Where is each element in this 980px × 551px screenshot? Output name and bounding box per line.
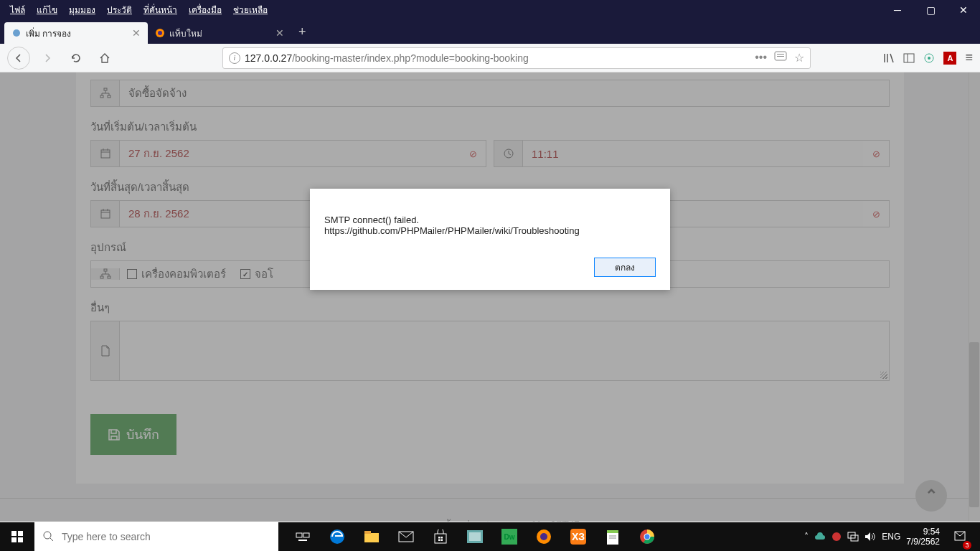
bookmark-star-icon[interactable]: ☆ <box>794 51 804 65</box>
tab-active[interactable]: เพิ่ม การจอง ✕ <box>4 22 148 44</box>
svg-rect-36 <box>364 533 379 542</box>
menu-tools[interactable]: เครื่องมือ <box>184 1 226 18</box>
library-icon[interactable] <box>883 52 895 64</box>
url-path: /booking-master/index.php?module=booking… <box>292 52 529 64</box>
tab-close-icon[interactable]: ✕ <box>132 27 141 39</box>
url-input[interactable]: i 127.0.0.27 /booking-master/index.php?m… <box>222 47 811 69</box>
taskbar-search[interactable]: Type here to search <box>34 522 278 551</box>
notif-badge: 3 <box>963 541 971 550</box>
menu-help[interactable]: ช่วยเหลือ <box>229 1 272 18</box>
close-button[interactable]: ✕ <box>947 0 980 19</box>
tray-network-icon[interactable] <box>847 532 859 542</box>
svg-rect-42 <box>438 540 440 542</box>
svg-rect-29 <box>18 537 23 542</box>
notifications-button[interactable]: 3 <box>946 522 974 551</box>
tray-chevron-icon[interactable]: ˄ <box>804 532 809 542</box>
menu-items: ไฟล์ แก้ไข มุมมอง ประวัติ ที่คั่นหน้า เค… <box>6 1 272 18</box>
tab-active-title: เพิ่ม การจอง <box>26 27 71 40</box>
home-button[interactable] <box>93 47 116 70</box>
tab-close-icon[interactable]: ✕ <box>275 27 284 39</box>
store-icon[interactable] <box>423 522 458 551</box>
svg-rect-33 <box>303 533 309 537</box>
edge-icon[interactable] <box>320 522 354 551</box>
containers-icon[interactable] <box>923 52 935 64</box>
url-actions: ••• ☆ <box>755 51 804 65</box>
acrobat-icon[interactable]: A <box>943 52 956 65</box>
svg-rect-5 <box>777 56 784 57</box>
svg-rect-28 <box>11 537 17 542</box>
tray-app-icon[interactable] <box>831 532 842 542</box>
minimize-button[interactable]: ─ <box>881 0 914 19</box>
modal-overlay: SMTP connect() failed. https://github.co… <box>0 72 980 522</box>
explorer-icon[interactable] <box>354 522 389 551</box>
svg-rect-43 <box>441 540 443 542</box>
system-tray: ˄ ENG 9:54 7/9/2562 3 <box>798 522 980 551</box>
svg-point-9 <box>928 57 930 60</box>
back-button[interactable] <box>7 47 30 70</box>
search-placeholder: Type here to search <box>62 531 151 542</box>
forward-button[interactable] <box>36 47 59 70</box>
svg-rect-27 <box>18 531 23 536</box>
svg-point-49 <box>540 533 547 540</box>
menu-file[interactable]: ไฟล์ <box>6 1 29 18</box>
svg-point-2 <box>158 31 162 35</box>
menu-burger-icon[interactable]: ≡ <box>965 50 973 65</box>
svg-rect-37 <box>364 531 371 534</box>
menu-edit[interactable]: แก้ไข <box>32 1 62 18</box>
svg-point-0 <box>13 29 20 37</box>
dreamweaver-icon[interactable]: Dw <box>492 522 527 551</box>
alert-dialog: SMTP connect() failed. https://github.co… <box>310 189 670 290</box>
page-viewport: จัดซื้อจัดจ้าง วันที่เริ่มต้น/เวลาเริ่มต… <box>0 72 980 522</box>
svg-rect-41 <box>441 537 443 539</box>
svg-point-60 <box>832 532 841 541</box>
svg-rect-40 <box>438 537 440 539</box>
more-icon[interactable]: ••• <box>755 51 767 65</box>
svg-point-59 <box>645 534 650 540</box>
firefox-menubar: ไฟล์ แก้ไข มุมมอง ประวัติ ที่คั่นหน้า เค… <box>0 0 980 19</box>
svg-line-31 <box>50 538 53 541</box>
tray-lang[interactable]: ENG <box>882 532 900 542</box>
firefox-taskbar-icon[interactable] <box>527 522 561 551</box>
tab-inactive-title: แท็บใหม่ <box>169 27 202 40</box>
info-icon[interactable]: i <box>229 52 240 64</box>
windows-taskbar: Type here to search Dw ΧЗ ˄ ENG 9:54 7/9… <box>0 522 980 551</box>
reload-button[interactable] <box>65 47 88 70</box>
addressbar: i 127.0.0.27 /booking-master/index.php?m… <box>0 44 980 72</box>
chrome-icon[interactable] <box>630 522 664 551</box>
svg-rect-32 <box>296 533 302 537</box>
svg-rect-34 <box>298 540 307 541</box>
tray-date: 7/9/2562 <box>906 537 940 547</box>
svg-rect-4 <box>777 54 784 55</box>
tabbar: เพิ่ม การจอง ✕ แท็บใหม่ ✕ + <box>0 19 980 44</box>
reader-icon[interactable] <box>774 51 787 65</box>
taskbar-apps: Dw ΧЗ <box>286 522 664 551</box>
notepad-icon[interactable] <box>595 522 630 551</box>
menu-view[interactable]: มุมมอง <box>65 1 100 18</box>
new-tab-button[interactable]: + <box>291 24 314 39</box>
svg-rect-6 <box>904 54 914 62</box>
sidebar-icon[interactable] <box>903 52 915 64</box>
menu-history[interactable]: ประวัติ <box>103 1 136 18</box>
app-icon-1[interactable] <box>458 522 492 551</box>
svg-point-30 <box>44 532 51 539</box>
svg-text:Dw: Dw <box>504 533 515 541</box>
svg-rect-26 <box>11 531 17 536</box>
mail-icon[interactable] <box>389 522 423 551</box>
tab-inactive[interactable]: แท็บใหม่ ✕ <box>148 22 291 44</box>
alert-ok-button[interactable]: ตกลง <box>594 258 656 277</box>
maximize-button[interactable]: ▢ <box>914 0 947 19</box>
menu-bookmarks[interactable]: ที่คั่นหน้า <box>139 1 182 18</box>
tray-clock[interactable]: 9:54 7/9/2562 <box>906 527 940 547</box>
svg-rect-39 <box>435 534 446 543</box>
start-button[interactable] <box>0 522 34 551</box>
tray-volume-icon[interactable] <box>864 532 876 542</box>
toolbar-extensions: A ≡ <box>883 50 973 65</box>
task-view-icon[interactable] <box>286 522 320 551</box>
xampp-icon[interactable]: ΧЗ <box>561 522 595 551</box>
window-controls: ─ ▢ ✕ <box>881 0 980 19</box>
svg-rect-45 <box>469 532 481 541</box>
tray-cloud-icon[interactable] <box>814 532 826 541</box>
search-icon <box>43 531 55 542</box>
url-host: 127.0.0.27 <box>245 52 292 64</box>
svg-text:ΧЗ: ΧЗ <box>572 531 585 542</box>
